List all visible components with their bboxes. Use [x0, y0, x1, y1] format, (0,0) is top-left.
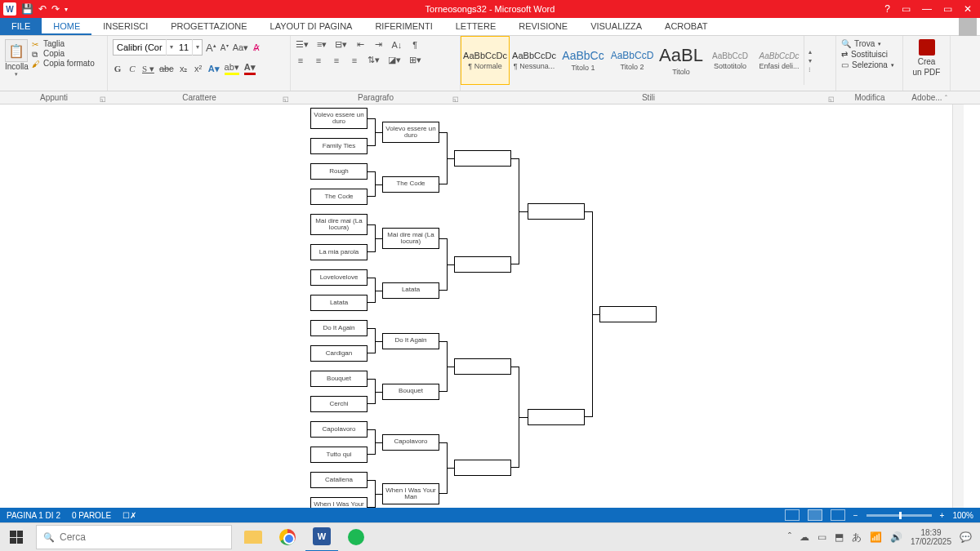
vertical-scrollbar[interactable] [952, 104, 964, 508]
text-effects-icon[interactable]: A▾ [208, 64, 220, 74]
bracket-cell[interactable]: Lovelovelove [310, 269, 368, 286]
bracket-cell[interactable]: Do It Again [310, 320, 368, 336]
bracket-cell[interactable]: Do It Again [382, 333, 439, 349]
bracket-cell[interactable]: The Code [382, 176, 439, 193]
page[interactable]: Volevo essere un duroFamily TiesRoughThe… [196, 104, 784, 508]
italic-button[interactable]: C [127, 64, 137, 73]
web-layout-icon[interactable] [831, 509, 845, 521]
spotify-app[interactable] [340, 523, 372, 552]
bracket-cell[interactable]: Family Ties [310, 138, 368, 154]
bracket-cell[interactable]: Latata [310, 295, 368, 311]
tab-file[interactable]: FILE [0, 18, 42, 35]
pdf-icon[interactable] [919, 39, 935, 56]
clear-formatting-icon[interactable]: A̷ [252, 42, 261, 53]
shading-icon[interactable]: ◪▾ [388, 55, 401, 65]
bracket-cell[interactable] [454, 460, 511, 476]
cut-icon[interactable]: ✂ [32, 40, 40, 48]
style-card[interactable]: AaBbCcDc¶ Normale [461, 36, 510, 85]
bracket-cell[interactable]: The Code [310, 189, 368, 205]
tray-battery-icon[interactable]: ▭ [817, 531, 826, 543]
tab-progettazione[interactable]: PROGETTAZIONE [159, 18, 258, 35]
crea-pdf-label1[interactable]: Crea [918, 57, 936, 66]
zoom-slider[interactable] [866, 514, 932, 517]
tray-language-icon[interactable]: あ [852, 531, 862, 544]
style-card[interactable]: AaBLTitolo [657, 36, 706, 85]
tray-security-icon[interactable]: ⬒ [835, 531, 844, 543]
find-icon[interactable]: 🔍 [841, 39, 851, 48]
tab-riferimenti[interactable]: RIFERIMENTI [363, 18, 443, 35]
account-icon[interactable] [959, 18, 977, 36]
ribbon-options-button[interactable]: ▭ [902, 3, 911, 15]
align-left-icon[interactable]: ≡ [296, 56, 305, 65]
show-marks-icon[interactable]: ¶ [410, 40, 420, 50]
shrink-font-icon[interactable]: A▾ [220, 42, 229, 52]
bracket-cell[interactable]: Cerchi [310, 396, 368, 412]
align-center-icon[interactable]: ≡ [314, 56, 323, 65]
collapse-ribbon-icon[interactable]: ˆ [945, 94, 947, 102]
bracket-cell[interactable]: Rough [310, 163, 368, 180]
zoom-out-button[interactable]: − [853, 511, 858, 520]
taskbar-search[interactable]: 🔍 [36, 525, 232, 549]
paste-dropdown-icon[interactable]: ▾ [15, 71, 18, 78]
font-launcher-icon[interactable]: ◱ [283, 96, 289, 103]
multilevel-icon[interactable]: ⊟▾ [335, 39, 347, 50]
document-area[interactable]: Volevo essere un duroFamily TiesRoughThe… [0, 104, 980, 508]
tab-layout[interactable]: LAYOUT DI PAGINA [259, 18, 364, 35]
style-card[interactable]: AaBbCcDSottotitolo [706, 36, 755, 85]
font-size-input[interactable] [176, 40, 192, 55]
replace-button[interactable]: Sostituisci [851, 50, 888, 59]
bracket-cell[interactable]: Volevo essere un duro [310, 108, 368, 129]
select-icon[interactable]: ▭ [841, 60, 849, 69]
copy-icon[interactable]: ⧉ [32, 50, 40, 58]
borders-icon[interactable]: ⊞▾ [409, 55, 421, 65]
bracket-cell[interactable]: La mia parola [310, 244, 368, 260]
justify-icon[interactable]: ≡ [350, 56, 359, 65]
zoom-in-button[interactable]: + [940, 511, 945, 520]
cut-button[interactable]: Taglia [43, 39, 65, 48]
grow-font-icon[interactable]: A▴ [206, 42, 216, 54]
bracket-cell[interactable]: Mai dire mai (La locura) [382, 228, 439, 249]
bracket-cell[interactable]: Capolavoro [310, 421, 368, 438]
style-card[interactable]: AaBbCcDTitolo 2 [608, 36, 657, 85]
crea-pdf-label2[interactable]: un PDF [913, 68, 941, 77]
bracket-cell[interactable]: When I Was Your Man [310, 497, 368, 508]
style-card[interactable]: AaBbCcDcEnfasi deli... [755, 36, 804, 85]
word-count[interactable]: 0 PAROLE [72, 511, 111, 520]
superscript-button[interactable]: x² [194, 64, 203, 73]
qat-undo-icon[interactable]: ↶ [38, 3, 47, 15]
qat-save-icon[interactable]: 💾 [21, 3, 33, 15]
strikethrough-button[interactable]: abc [159, 64, 174, 73]
minimize-button[interactable]: — [922, 3, 932, 15]
highlight-icon[interactable]: ab▾ [225, 62, 239, 75]
style-card[interactable]: AaBbCcDc¶ Nessuna... [510, 36, 559, 85]
file-explorer-app[interactable] [237, 523, 270, 552]
select-button[interactable]: Seleziona [852, 60, 888, 69]
read-mode-icon[interactable] [785, 509, 800, 521]
line-spacing-icon[interactable]: ⇅▾ [368, 55, 380, 65]
paste-icon[interactable]: 📋 [5, 39, 28, 62]
font-color-icon[interactable]: A▾ [244, 62, 256, 75]
start-button[interactable] [0, 523, 33, 552]
find-button[interactable]: Trova [854, 39, 875, 48]
tab-inserisci[interactable]: INSERISCI [91, 18, 159, 35]
tab-visualizza[interactable]: VISUALIZZA [579, 18, 653, 35]
bracket-cell[interactable]: Cardigan [310, 345, 368, 362]
change-case-icon[interactable]: Aa▾ [233, 42, 248, 53]
increase-indent-icon[interactable]: ⇥ [373, 39, 383, 50]
font-name-input[interactable] [114, 40, 166, 55]
tab-revisione[interactable]: REVISIONE [507, 18, 579, 35]
close-button[interactable]: ✕ [964, 3, 972, 15]
search-input[interactable] [60, 531, 225, 543]
bracket-cell[interactable]: Capolavoro [382, 434, 439, 451]
qat-redo-icon[interactable]: ↷ [51, 3, 60, 15]
paragraph-launcher-icon[interactable]: ◱ [452, 96, 459, 103]
tray-onedrive-icon[interactable]: ☁ [800, 531, 809, 543]
styles-more-icon[interactable]: ▴▾⁝ [804, 36, 815, 85]
align-right-icon[interactable]: ≡ [332, 56, 341, 65]
bracket-cell[interactable]: When I Was Your Man [382, 483, 439, 504]
bracket-cell[interactable] [454, 256, 511, 273]
tab-acrobat[interactable]: ACROBAT [653, 18, 719, 35]
qat-customize-icon[interactable]: ▾ [65, 6, 68, 13]
copy-button[interactable]: Copia [43, 49, 65, 58]
format-painter-icon[interactable]: 🖌 [32, 60, 40, 68]
